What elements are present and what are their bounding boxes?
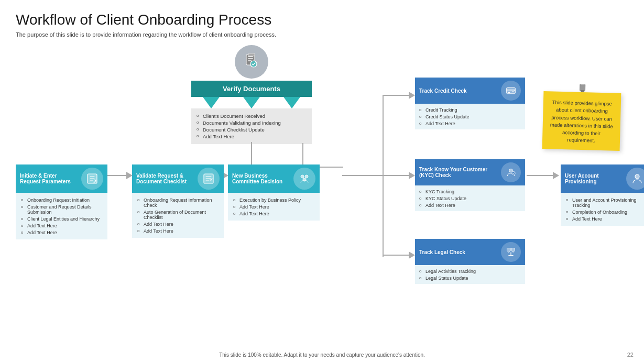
h-line-1: [107, 175, 127, 176]
track-credit-item-3: Add Text Here: [419, 120, 521, 127]
newbusiness-content: Execution by Business Policy Add Text He…: [228, 193, 320, 221]
track-legal-item-2: Legal Status Update: [419, 275, 521, 281]
workflow-area: Verify Documents Client's Document Recei…: [16, 45, 628, 338]
initiate-item-3: Client Legal Entities and Hierarchy: [21, 215, 102, 222]
track-kyc-block: Track Know Your Customer (KYC) Check KYC…: [415, 159, 525, 211]
v-line-track-full: [383, 95, 384, 257]
newbusiness-block: New Business Committee Decision Executio…: [228, 164, 320, 221]
h-to-track-credit: [383, 95, 410, 96]
validate-icon: [198, 168, 220, 190]
initiate-item-2: Customer and Request Details Submission: [21, 203, 102, 215]
track-credit-item-2: Credit Status Update: [419, 113, 521, 120]
user-prov-header: User Account Provisioning: [561, 164, 644, 193]
track-credit-list: Credit Tracking Credit Status Update Add…: [419, 106, 521, 127]
track-kyc-icon: [501, 162, 521, 182]
validate-block: Validate Request & Document Checklist On…: [132, 164, 224, 238]
verify-item-1: Client's Document Received: [197, 113, 307, 119]
svg-rect-13: [508, 92, 510, 93]
h-to-track-kyc: [383, 175, 410, 176]
track-legal-item-1: Legal Activities Tracking: [419, 268, 521, 275]
sticky-clip: [575, 84, 590, 101]
svg-point-8: [301, 175, 304, 178]
track-credit-icon: [501, 81, 521, 101]
initiate-content: Onboarding Request Initiation Customer a…: [16, 193, 107, 239]
slide-title: Workflow of Client Onboarding Process: [16, 12, 628, 28]
newbusiness-icon: [293, 168, 315, 190]
track-kyc-item-3: Add Text Here: [419, 202, 521, 209]
verify-item-4: Add Text Here: [197, 133, 307, 140]
track-legal-header: Track Legal Check: [415, 239, 525, 265]
user-prov-icon: [626, 168, 644, 190]
arrow-to-user: [553, 172, 559, 179]
sticky-note: This slide provides glimpse about client…: [542, 91, 621, 150]
footer-text: This slide is 100% editable. Adapt it to…: [0, 352, 644, 358]
arrow-down-1: [203, 97, 220, 108]
validate-item-3: Add Text Here: [137, 221, 219, 227]
track-credit-block: Track Credit Check Credit Tracking Credi…: [415, 78, 525, 129]
verify-item-2: Documents Validating and Indexing: [197, 119, 307, 126]
svg-point-14: [509, 169, 513, 172]
page-number: 22: [627, 352, 634, 358]
track-credit-content: Credit Tracking Credit Status Update Add…: [415, 104, 525, 129]
verify-content: Client's Document Received Documents Val…: [191, 108, 312, 144]
newbusiness-item-1: Execution by Business Policy: [233, 196, 314, 203]
v-line-verify-mid: [251, 142, 252, 167]
svg-point-15: [512, 171, 516, 175]
arrow-down-2: [243, 97, 260, 108]
initiate-item-5: Add Text Here: [21, 229, 102, 236]
verify-block: Verify Documents Client's Document Recei…: [191, 45, 312, 144]
arrow-to-kyc: [409, 172, 415, 179]
svg-rect-2: [248, 58, 253, 59]
h-line-to-user: [527, 175, 554, 176]
track-legal-list: Legal Activities Tracking Legal Status U…: [419, 268, 521, 281]
initiate-block: Initiate & Enter Request Parameters Onbo…: [16, 164, 107, 239]
track-legal-content: Legal Activities Tracking Legal Status U…: [415, 265, 525, 284]
initiate-list: Onboarding Request Initiation Customer a…: [21, 196, 102, 236]
svg-rect-3: [248, 60, 252, 61]
user-prov-block: User Account Provisioning User and Accou…: [561, 164, 644, 226]
svg-rect-20: [581, 90, 584, 92]
arrow-to-legal: [409, 251, 415, 259]
user-prov-content: User and Account Provisioning Tracking C…: [561, 193, 644, 226]
svg-rect-1: [248, 56, 253, 57]
h-line-newbiz-right: [342, 175, 384, 176]
validate-item-1: Onboarding Request Information Check: [137, 196, 219, 209]
validate-header: Validate Request & Document Checklist: [132, 164, 224, 193]
user-prov-item-1: User and Account Provisioning Tracking: [566, 196, 644, 209]
newbusiness-header: New Business Committee Decision: [228, 164, 320, 193]
arrow-to-credit: [409, 92, 415, 99]
user-prov-item-3: Add Text Here: [566, 215, 644, 222]
track-kyc-list: KYC Tracking KYC Status Update Add Text …: [419, 188, 521, 209]
track-kyc-header: Track Know Your Customer (KYC) Check: [415, 159, 525, 185]
svg-rect-4: [248, 53, 255, 56]
svg-point-9: [305, 175, 308, 178]
initiate-item-4: Add Text Here: [21, 222, 102, 229]
slide: Workflow of Client Onboarding Process Th…: [0, 0, 644, 362]
verify-icon: [235, 45, 268, 79]
track-legal-icon: [501, 242, 521, 262]
initiate-icon: [81, 168, 103, 190]
track-credit-item-1: Credit Tracking: [419, 106, 521, 113]
newbusiness-item-2: Add Text Here: [233, 203, 314, 210]
newbusiness-list: Execution by Business Policy Add Text He…: [233, 196, 314, 217]
user-prov-item-2: Completion of Onboarding: [566, 209, 644, 215]
validate-item-4: Add Text Here: [137, 227, 219, 234]
sticky-text: This slide provides glimpse about client…: [550, 100, 613, 144]
track-kyc-item-1: KYC Tracking: [419, 188, 521, 195]
newbusiness-item-3: Add Text Here: [233, 210, 314, 217]
arrow-down-3: [283, 97, 300, 108]
validate-list: Onboarding Request Information Check Aut…: [137, 196, 219, 234]
track-legal-block: Track Legal Check Legal Activities Track…: [415, 239, 525, 284]
validate-content: Onboarding Request Information Check Aut…: [132, 193, 224, 238]
svg-rect-12: [507, 90, 516, 91]
user-prov-list: User and Account Provisioning Tracking C…: [566, 196, 644, 222]
validate-item-2: Auto Generation of Document Checklist: [137, 209, 219, 221]
track-kyc-content: KYC Tracking KYC Status Update Add Text …: [415, 185, 525, 211]
verify-list: Client's Document Received Documents Val…: [197, 113, 307, 140]
verify-header: Verify Documents: [191, 81, 312, 97]
verify-arrows: [191, 97, 312, 108]
svg-point-18: [635, 174, 639, 179]
verify-item-3: Document Checklist Update: [197, 126, 307, 133]
track-credit-header: Track Credit Check: [415, 78, 525, 104]
v-line-newbiz-verify: [302, 143, 303, 168]
